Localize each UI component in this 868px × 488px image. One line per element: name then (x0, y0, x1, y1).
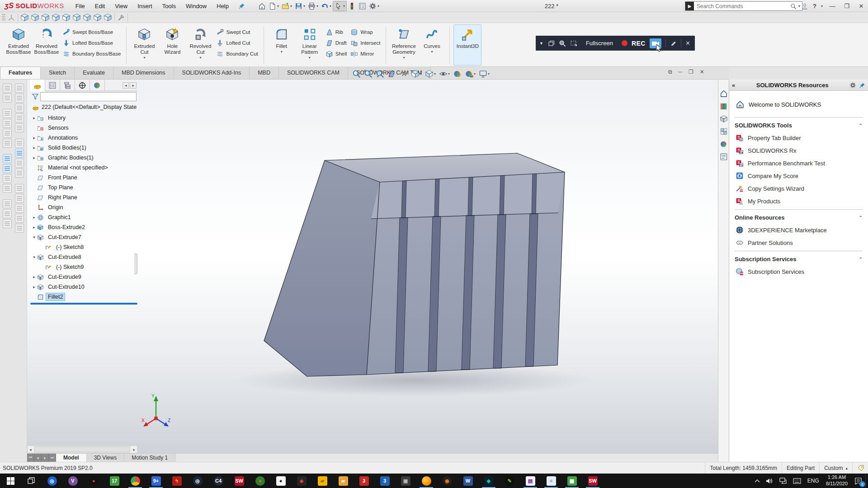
display-manager-tab[interactable] (90, 80, 105, 91)
taskbar-app-green-17-icon[interactable]: 17 (104, 474, 125, 488)
status-tag-icon[interactable] (857, 465, 864, 472)
tree-item-right-plane[interactable]: Right Plane (30, 192, 137, 202)
pane-gear-icon[interactable] (849, 81, 856, 89)
annotation-view-button[interactable]: A (398, 69, 409, 79)
tab-mbd-dimensions[interactable]: MBD Dimensions (113, 66, 174, 79)
left-toolbar-a-icon-7[interactable] (3, 154, 12, 163)
tree-item-cut-extrude7[interactable]: ▾Cut-Extrude7 (30, 232, 137, 242)
tab-nav-first[interactable]: ⏮ (27, 454, 34, 462)
taskbar-solidworks-2019-running-icon[interactable]: SW (582, 474, 603, 488)
minimize-button[interactable]: — (827, 3, 837, 9)
left-toolbar-b-icon-14[interactable] (15, 224, 24, 233)
tab-solidworks-add-ins[interactable]: SOLIDWORKS Add-Ins (174, 66, 250, 79)
select-cursor-button[interactable]: ▾ (333, 1, 347, 11)
ribbon-linear-pattern-button[interactable]: Linear Pattern▾ (296, 24, 324, 66)
view-orientation-button[interactable]: ▾ (410, 69, 423, 79)
section-view-button[interactable] (387, 69, 397, 79)
record-dot-icon[interactable] (622, 40, 627, 46)
tab-nav-next[interactable]: ▸ (42, 454, 49, 462)
tree-item--sketch9[interactable]: (-) Sketch9 (30, 262, 137, 272)
search-commands-box[interactable]: ▶ ▾ (685, 1, 802, 11)
tree-item-fillet2[interactable]: Fillet2 (30, 292, 137, 302)
section-solidworks-tools[interactable]: SOLIDWORKS Tools⌃ (735, 121, 863, 131)
task-view-button[interactable] (21, 474, 42, 488)
left-toolbar-a-icon-3[interactable] (3, 109, 12, 118)
section-subscription-services[interactable]: Subscription Services⌃ (735, 255, 863, 265)
section-online-resources[interactable]: Online Resources⌃ (735, 213, 863, 224)
taskbar-file-explorer-icon[interactable]: ▰ (333, 474, 354, 488)
tree-item-cut-extrude10[interactable]: ▸Cut-Extrude10 (30, 282, 137, 292)
left-toolbar-a-icon-13[interactable] (3, 219, 12, 228)
left-toolbar-a-icon-1[interactable] (3, 84, 12, 93)
dimxpert-manager-tab[interactable] (75, 80, 90, 91)
left-toolbar-a-icon-8[interactable] (3, 164, 12, 173)
ribbon-revolved-cut-button[interactable]: Revolved Cut▾ (186, 24, 214, 66)
help-dropdown-icon[interactable]: ▾ (821, 4, 823, 8)
ribbon-loft-button[interactable]: Lofted Boss/Base (61, 38, 123, 47)
tree-horizontal-scrollbar[interactable]: ◂ ▸ (27, 446, 137, 453)
tab-sketch[interactable]: Sketch (41, 66, 75, 79)
hide-show-items-button[interactable]: ▾ (438, 69, 451, 79)
view-settings-button[interactable]: ▾ (478, 69, 491, 79)
tree-item-graphic-bodies-1-[interactable]: ▸Graphic Bodies(1) (30, 153, 137, 163)
zoom-area-button[interactable] (363, 69, 373, 79)
left-toolbar-b-icon-11[interactable] (15, 194, 24, 203)
show-desktop-button[interactable] (865, 474, 868, 488)
doc-tab-motion-study-1[interactable]: Motion Study 1 (124, 454, 175, 462)
left-toolbar-a-icon-12[interactable] (3, 209, 12, 218)
menu-tools[interactable]: Tools (157, 0, 181, 12)
tree-item-sensors[interactable]: Sensors (30, 123, 137, 133)
tree-item-origin[interactable]: Origin (30, 202, 137, 212)
expander-icon[interactable]: ▸ (31, 225, 37, 230)
resources-home-tab[interactable] (720, 89, 728, 98)
view-orientation-6-icon[interactable] (72, 13, 81, 22)
tree-item-top-plane[interactable]: Top Plane (30, 183, 137, 192)
tree-tabs-left-icon[interactable]: ◂ (123, 82, 129, 89)
copy-settings-wizard-link[interactable]: SWCopy Settings Wizard (735, 182, 863, 195)
tree-item-history[interactable]: ▸History (30, 113, 137, 123)
taskbar-app-green-clipboard-icon[interactable]: ▦ (561, 474, 582, 488)
rollback-bar[interactable] (30, 303, 137, 305)
property-tab-builder-link[interactable]: SProperty Tab Builder (735, 131, 863, 144)
network-monitor-icon[interactable] (776, 474, 790, 488)
scrollbar-thumb[interactable] (34, 446, 131, 452)
search-input[interactable] (694, 3, 790, 9)
ribbon-extrude-boss-button[interactable]: Extruded Boss/Base (5, 24, 33, 66)
view-orientation-3-icon[interactable] (41, 13, 50, 22)
ribbon-intersect-button[interactable]: Intersect (349, 38, 382, 47)
doc-tab-model[interactable]: Model (56, 454, 87, 462)
expander-icon[interactable]: ▸ (31, 155, 37, 160)
apply-scene-button[interactable]: ▾ (464, 69, 476, 79)
start-button[interactable] (0, 474, 21, 488)
taskbar-viber-icon[interactable]: V (62, 474, 83, 488)
menu-help[interactable]: Help (212, 0, 234, 12)
view-orientation-9-icon[interactable] (104, 13, 112, 22)
filter-funnel-icon[interactable] (31, 93, 39, 101)
taskbar-app-red-s-icon[interactable]: 3 (354, 474, 374, 488)
menu-file[interactable]: File (71, 0, 90, 12)
doc-tab-3d-views[interactable]: 3D Views (87, 454, 124, 462)
recorder-pencil-icon[interactable] (670, 39, 677, 47)
ribbon-fillet-button[interactable]: Fillet▾ (268, 24, 296, 66)
rebuild-button[interactable] (347, 1, 357, 11)
tree-item-cut-extrude9[interactable]: ▸Cut-Extrude9 (30, 272, 137, 282)
status-custom-selector[interactable]: Custom ▴ (824, 465, 848, 471)
chevron-up-icon[interactable]: ⌃ (859, 215, 863, 220)
tab-solidworks-cam[interactable]: SOLIDWORKS CAM (279, 66, 348, 79)
notification-center-icon[interactable]: 6 (851, 474, 865, 488)
tree-splitter-handle[interactable] (134, 253, 137, 274)
new-document-button[interactable]: ▾ (267, 1, 280, 11)
cascade-windows-icon[interactable]: ⧉ (668, 69, 672, 75)
expander-icon[interactable]: ▸ (31, 116, 37, 120)
tree-item-front-plane[interactable]: Front Plane (30, 173, 137, 183)
save-button[interactable]: ▾ (293, 1, 307, 11)
expander-icon[interactable]: ▾ (31, 255, 37, 259)
view-palette-tab[interactable] (720, 127, 728, 136)
ribbon-lofted-cut-button[interactable]: Lofted Cut (214, 38, 259, 47)
solidworks-rx-link[interactable]: SRxSOLIDWORKS Rx (735, 144, 863, 157)
toolbar-grip[interactable] (2, 14, 5, 21)
tree-root-item[interactable]: 222 (Default<<Default>_Display State (30, 102, 137, 112)
recorder-region-icon[interactable] (570, 39, 577, 47)
recorder-window-icon[interactable] (547, 39, 555, 47)
taskbar-app-camera-gray-icon[interactable]: ▣ (395, 474, 416, 488)
